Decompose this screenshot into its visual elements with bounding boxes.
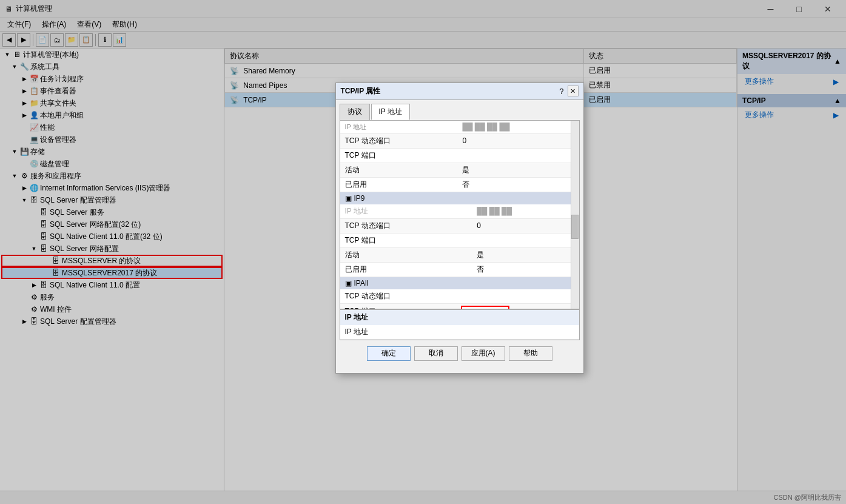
dialog-content: IP 地址 ██ ██ ██ ██ TCP 动态端口 0 TCP 端口 活 <box>340 120 580 340</box>
table-row-tcp-port: TCP 端口 <box>340 303 579 309</box>
dialog-ok-button[interactable]: 确定 <box>367 346 411 361</box>
dialog-scroll-area: IP 地址 ██ ██ ██ ██ TCP 动态端口 0 TCP 端口 活 <box>340 121 579 309</box>
table-row: IP 地址 ██ ██ ██ ██ <box>340 121 579 134</box>
dialog-apply-button[interactable]: 应用(A) <box>462 346 505 361</box>
dialog-ipall-header: ▣ IPAll <box>340 277 579 289</box>
scrollbar-track[interactable] <box>571 121 579 309</box>
collapse-ip9-icon: ▣ <box>345 194 352 203</box>
dialog-help-btn[interactable]: ? <box>559 87 563 96</box>
dialog-tabs: 协议 IP 地址 <box>336 100 583 120</box>
table-row: IP 地址 <box>340 325 579 340</box>
table-row: TCP 动态端口 0 <box>340 218 579 233</box>
dialog-footer: 确定 取消 应用(A) 帮助 <box>336 340 583 367</box>
dialog-bottom-table: IP 地址 <box>340 325 579 340</box>
dialog-ip9-header: ▣ IP9 <box>340 192 579 204</box>
tab-protocol[interactable]: 协议 <box>340 104 370 120</box>
ip-address-section-header: IP 地址 <box>340 309 579 325</box>
dialog-overlay: TCP/IP 属性 ? ✕ 协议 IP 地址 IP 地址 ██ ██ ██ ██ <box>0 0 846 504</box>
table-row: TCP 端口 <box>340 148 579 163</box>
table-row: TCP 端口 <box>340 233 579 247</box>
dialog-close-button[interactable]: ✕ <box>568 86 579 96</box>
table-row: 已启用 否 <box>340 177 579 192</box>
tab-ipaddress[interactable]: IP 地址 <box>371 104 410 120</box>
table-row: 活动 是 <box>340 247 579 262</box>
tcp-port-input[interactable] <box>461 306 509 309</box>
table-row: IP 地址 ██ ██ ██ <box>340 204 579 219</box>
table-row: 已启用 否 <box>340 262 579 277</box>
table-row: TCP 动态端口 0 <box>340 133 579 148</box>
tcpip-dialog: TCP/IP 属性 ? ✕ 协议 IP 地址 IP 地址 ██ ██ ██ ██ <box>335 82 584 374</box>
collapse-ipall-icon: ▣ <box>345 279 352 287</box>
dialog-ipall-table: TCP 动态端口 TCP 端口 <box>340 289 579 309</box>
dialog-title: TCP/IP 属性 <box>341 86 381 96</box>
dialog-help-button[interactable]: 帮助 <box>509 346 552 361</box>
table-row: 活动 是 <box>340 163 579 177</box>
scrollbar-thumb[interactable] <box>571 215 579 239</box>
dialog-title-bar: TCP/IP 属性 ? ✕ <box>336 83 583 100</box>
dialog-ip9-table: IP 地址 ██ ██ ██ TCP 动态端口 0 TCP 端口 活动 <box>340 204 579 277</box>
table-row: TCP 动态端口 <box>340 289 579 304</box>
dialog-cancel-button[interactable]: 取消 <box>414 346 458 361</box>
dialog-ip-table: IP 地址 ██ ██ ██ ██ TCP 动态端口 0 TCP 端口 活 <box>340 121 579 192</box>
